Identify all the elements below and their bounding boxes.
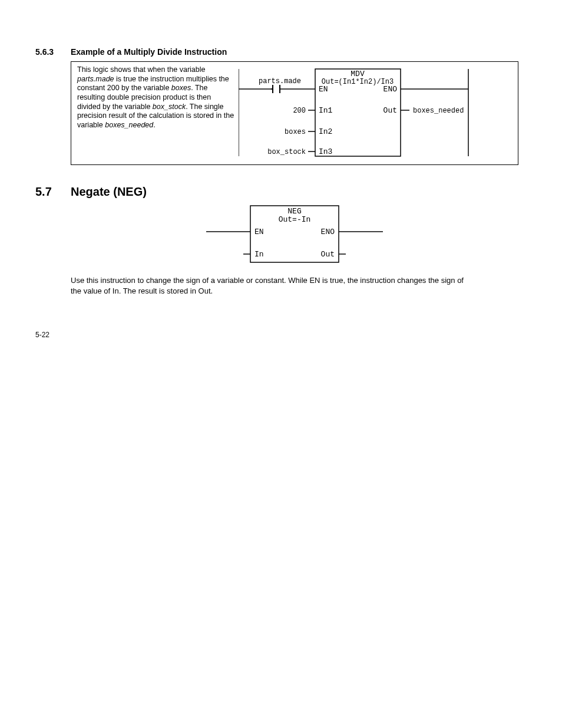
neg-paragraph: Use this instruction to change the sign … xyxy=(71,275,471,296)
page-number: 5-22 xyxy=(35,331,49,339)
mdv-eno-pin: ENO xyxy=(384,85,398,94)
mdv-en-input-label: parts.made xyxy=(259,77,301,85)
mdv-in2-label: boxes xyxy=(285,128,306,136)
mdv-out-label: boxes_needed xyxy=(413,107,464,115)
mdv-en-pin: EN xyxy=(319,85,328,94)
mdv-in3-label: box_stock xyxy=(267,148,306,156)
example-563-paragraph: This logic shows that when the variable … xyxy=(77,65,239,130)
neg-diagram: NEG Out=-In EN ENO In Out xyxy=(71,203,518,265)
mdv-in1-label: 200 xyxy=(293,107,306,115)
neg-in-pin: In xyxy=(254,250,264,259)
mdv-in1-pin: In1 xyxy=(319,106,333,115)
section-563-heading: 5.6.3 Example of a Multiply Divide Instr… xyxy=(35,47,527,57)
neg-out-pin: Out xyxy=(321,250,335,259)
section-57-number: 5.7 xyxy=(35,185,71,199)
neg-title: NEG xyxy=(287,207,301,216)
mdv-diagram: MDV Out=(In1*In2)/In3 EN ENO In1 Out In2… xyxy=(239,65,515,159)
neg-eno-pin: ENO xyxy=(321,228,335,236)
section-563-title: Example of a Multiply Divide Instruction xyxy=(71,47,227,57)
neg-formula: Out=-In xyxy=(279,215,311,224)
mdv-out-pin: Out xyxy=(384,106,397,115)
neg-en-pin: EN xyxy=(254,228,264,236)
example-box-563: This logic shows that when the variable … xyxy=(71,61,518,165)
mdv-in3-pin: In3 xyxy=(319,147,332,156)
section-57-title: Negate (NEG) xyxy=(71,185,147,199)
mdv-in2-pin: In2 xyxy=(319,127,332,136)
section-563-number: 5.6.3 xyxy=(35,47,71,57)
mdv-title: MDV xyxy=(351,70,365,78)
section-57-heading: 5.7 Negate (NEG) xyxy=(35,185,527,199)
